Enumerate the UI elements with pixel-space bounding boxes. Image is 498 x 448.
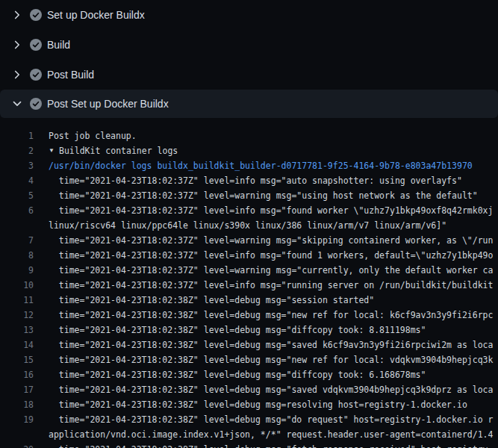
log-line-number[interactable]: 3 [0, 158, 34, 173]
step-row-post-build[interactable]: Post Build [0, 60, 498, 90]
step-row-setup-docker-buildx[interactable]: Set up Docker Buildx [0, 0, 498, 30]
log-text: time="2021-04-23T18:02:38Z" level=debug … [34, 352, 493, 367]
check-circle-icon [30, 39, 42, 51]
log-line[interactable]: 9 time="2021-04-23T18:02:37Z" level=warn… [0, 263, 498, 278]
log-line-number[interactable]: 18 [0, 397, 34, 412]
log-line[interactable]: 20 time="2021-04-23T18:02:38Z" level=deb… [0, 442, 498, 448]
log-line[interactable]: 11 time="2021-04-23T18:02:38Z" level=deb… [0, 293, 498, 308]
log-text: time="2021-04-23T18:02:38Z" level=debug … [34, 323, 426, 337]
log-line[interactable]: 8 time="2021-04-23T18:02:37Z" level=info… [0, 248, 498, 263]
log-line[interactable]: 18 time="2021-04-23T18:02:38Z" level=deb… [0, 397, 498, 412]
log-line[interactable]: 14 time="2021-04-23T18:02:38Z" level=deb… [0, 337, 498, 352]
log-text: time="2021-04-23T18:02:38Z" level=debug … [34, 397, 467, 412]
step-label: Set up Docker Buildx [47, 9, 145, 21]
step-row-post-setup-docker-buildx[interactable]: Post Set up Docker Buildx [0, 90, 498, 118]
log-line-number[interactable]: 19 [0, 412, 34, 427]
step-label: Post Set up Docker Buildx [47, 98, 169, 110]
chevron-down-icon [11, 98, 23, 110]
log-line-number[interactable]: 11 [0, 293, 34, 308]
log-line-number[interactable]: 20 [0, 442, 34, 448]
log-line-number[interactable]: 7 [0, 233, 34, 248]
log-line[interactable]: 7 time="2021-04-23T18:02:37Z" level=warn… [0, 233, 498, 248]
log-line[interactable]: 1Post job cleanup. [0, 128, 498, 143]
log-text: time="2021-04-23T18:02:38Z" level=debug … [34, 308, 493, 323]
chevron-right-icon [11, 9, 23, 21]
log-line[interactable]: 13 time="2021-04-23T18:02:38Z" level=deb… [0, 323, 498, 337]
log-line-number[interactable]: 8 [0, 248, 34, 263]
log-line-number[interactable]: 14 [0, 337, 34, 352]
log-text: time="2021-04-23T18:02:37Z" level=info m… [34, 248, 493, 263]
log-line[interactable]: 16 time="2021-04-23T18:02:38Z" level=deb… [0, 367, 498, 382]
log-line-number[interactable]: 4 [0, 173, 34, 188]
log-line[interactable]: 2▼BuildKit container logs [0, 143, 498, 158]
log-line[interactable]: 12 time="2021-04-23T18:02:38Z" level=deb… [0, 308, 498, 323]
log-line-number[interactable]: 13 [0, 323, 34, 337]
log-line[interactable]: 15 time="2021-04-23T18:02:38Z" level=deb… [0, 352, 498, 367]
log-text: time="2021-04-23T18:02:37Z" level=info m… [34, 278, 493, 293]
log-line-number[interactable]: 1 [0, 128, 34, 143]
log-text: time="2021-04-23T18:02:38Z" level=debug … [34, 337, 493, 352]
log-text: time="2021-04-23T18:02:38Z" level=debug … [34, 293, 374, 308]
log-text: time="2021-04-23T18:02:38Z" level=debug … [34, 367, 426, 382]
log-text: Post job cleanup. [34, 128, 137, 143]
log-text: time="2021-04-23T18:02:37Z" level=info m… [34, 173, 462, 188]
log-text: time="2021-04-23T18:02:37Z" level=warnin… [34, 188, 478, 203]
log-line-number[interactable]: 16 [0, 367, 34, 382]
job-steps-panel: Set up Docker Buildx Build Post Build Po… [0, 0, 498, 448]
log-line-number[interactable]: 17 [0, 382, 34, 397]
log-text: time="2021-04-23T18:02:37Z" level=warnin… [34, 263, 493, 278]
log-lines: 1Post job cleanup.2▼BuildKit container l… [0, 128, 498, 448]
log-text: time="2021-04-23T18:02:38Z" level=debug … [34, 412, 493, 442]
check-circle-icon [30, 98, 42, 110]
log-text: time="2021-04-23T18:02:37Z" level=warnin… [34, 233, 493, 248]
log-line-number[interactable]: 5 [0, 188, 34, 203]
log-text: time="2021-04-23T18:02:38Z" level=debug … [34, 442, 493, 448]
step-label: Post Build [47, 69, 94, 81]
chevron-right-icon [11, 39, 23, 51]
chevron-right-icon [11, 69, 23, 81]
log-line[interactable]: 3/usr/bin/docker logs buildx_buildkit_bu… [0, 158, 498, 173]
step-row-build[interactable]: Build [0, 30, 498, 60]
log-line-number[interactable]: 6 [0, 203, 34, 218]
log-line[interactable]: 6 time="2021-04-23T18:02:37Z" level=info… [0, 203, 498, 233]
step-label: Build [47, 39, 70, 51]
log-line[interactable]: 10 time="2021-04-23T18:02:37Z" level=inf… [0, 278, 498, 293]
log-line-number[interactable]: 9 [0, 263, 34, 278]
log-line[interactable]: 5 time="2021-04-23T18:02:37Z" level=warn… [0, 188, 498, 203]
log-text: BuildKit container logs [59, 143, 178, 158]
log-text: time="2021-04-23T18:02:37Z" level=info m… [34, 203, 493, 233]
log-line-number[interactable]: 12 [0, 308, 34, 323]
log-line[interactable]: 19 time="2021-04-23T18:02:38Z" level=deb… [0, 412, 498, 442]
log-group-toggle-icon[interactable]: ▼ [49, 143, 59, 158]
log-line[interactable]: 4 time="2021-04-23T18:02:37Z" level=info… [0, 173, 498, 188]
check-circle-icon [30, 69, 42, 81]
log-command-text: /usr/bin/docker logs buildx_buildkit_bui… [34, 158, 473, 173]
log-line-number[interactable]: 2 [0, 143, 34, 158]
check-circle-icon [30, 9, 42, 21]
log-text: time="2021-04-23T18:02:38Z" level=debug … [34, 382, 493, 397]
log-line-number[interactable]: 15 [0, 352, 34, 367]
log-line-number[interactable]: 10 [0, 278, 34, 293]
log-area: 1Post job cleanup.2▼BuildKit container l… [0, 118, 498, 448]
log-line[interactable]: 17 time="2021-04-23T18:02:38Z" level=deb… [0, 382, 498, 397]
